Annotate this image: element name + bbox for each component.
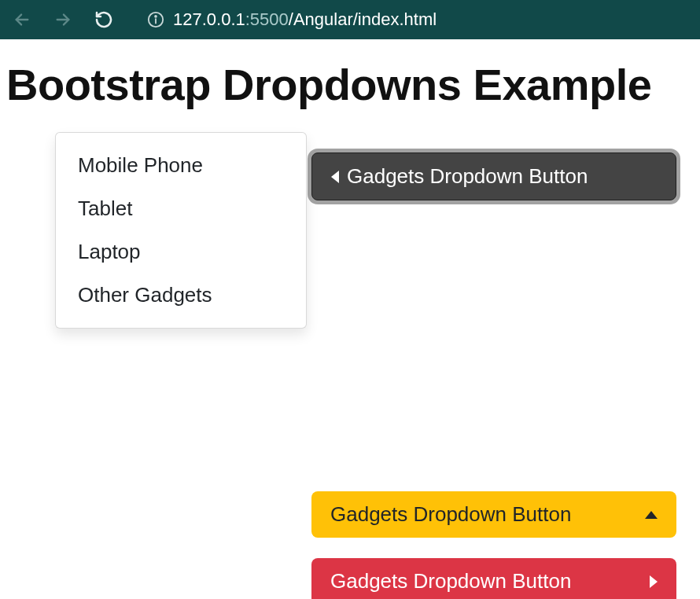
caret-right-icon [650, 575, 658, 588]
button-stack: Gadgets Dropdown Button Gadgets Dropdown… [311, 153, 676, 599]
url-text: 127.0.0.1:5500/Angular/index.html [173, 9, 437, 30]
caret-left-icon [331, 171, 339, 183]
dropdown-menu[interactable]: Mobile Phone Tablet Laptop Other Gadgets [55, 132, 307, 329]
address-bar[interactable]: 127.0.0.1:5500/Angular/index.html [146, 9, 437, 30]
refresh-icon [94, 10, 113, 29]
dropdown-item[interactable]: Mobile Phone [56, 144, 306, 187]
url-path: /Angular/index.html [289, 9, 437, 29]
site-info-icon[interactable] [146, 10, 165, 29]
back-button[interactable] [8, 6, 36, 34]
dropdown-item[interactable]: Laptop [56, 230, 306, 274]
browser-toolbar: 127.0.0.1:5500/Angular/index.html [0, 0, 700, 39]
button-label: Gadgets Dropdown Button [330, 569, 571, 593]
url-port: :5500 [245, 9, 289, 29]
gadgets-dropdown-warning-button[interactable]: Gadgets Dropdown Button [311, 491, 676, 538]
arrow-right-icon [54, 11, 72, 28]
caret-up-icon [645, 511, 658, 519]
page-body: Bootstrap Dropdowns Example Mobile Phone… [0, 39, 700, 348]
dropdown-item[interactable]: Other Gadgets [56, 274, 306, 317]
info-icon [147, 11, 164, 28]
gadgets-dropdown-dark-button[interactable]: Gadgets Dropdown Button [311, 153, 676, 200]
button-label: Gadgets Dropdown Button [330, 502, 571, 527]
forward-button[interactable] [49, 6, 77, 34]
gadgets-dropdown-danger-button[interactable]: Gadgets Dropdown Button [311, 558, 676, 599]
dropdown-item[interactable]: Tablet [56, 187, 306, 230]
arrow-left-icon [13, 11, 31, 28]
url-host: 127.0.0.1 [173, 9, 245, 29]
svg-point-4 [155, 16, 157, 17]
page-title: Bootstrap Dropdowns Example [6, 59, 694, 110]
refresh-button[interactable] [90, 6, 118, 34]
button-label: Gadgets Dropdown Button [347, 164, 588, 189]
bottom-button-group: Gadgets Dropdown Button Gadgets Dropdown… [311, 491, 676, 599]
